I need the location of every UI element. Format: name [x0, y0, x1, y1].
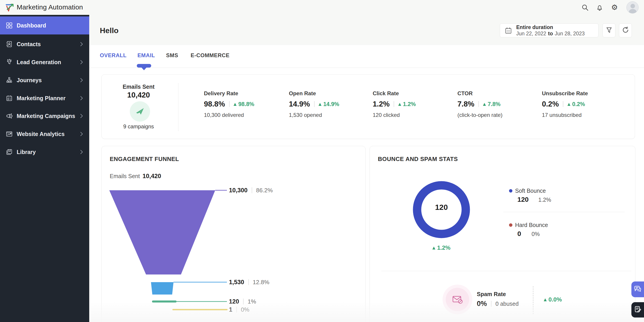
up-triangle-icon: ▲: [568, 102, 570, 106]
legend-name: Hard Bounce: [515, 222, 548, 228]
metric-subtext: 10,300 delivered: [204, 112, 285, 118]
metric-value: 7.8%: [458, 100, 474, 108]
spam-rate-row: 0%0 abused: [477, 300, 519, 308]
tabs-divider: [89, 67, 644, 68]
date-to: Jun 28, 2023: [555, 31, 585, 36]
spam-delta-value: 0.0%: [548, 296, 562, 303]
funnel-stage-delivered[interactable]: [109, 190, 215, 275]
user-avatar[interactable]: [626, 1, 638, 13]
settings-gear-icon[interactable]: ⚙: [610, 3, 619, 12]
chevron-right-icon: [80, 131, 83, 137]
up-triangle-icon: ▲: [318, 102, 322, 106]
metric-subtext: 120 clicked: [373, 112, 454, 118]
funnel-stage-value: 120: [229, 298, 239, 305]
metric-delivery-rate: Delivery Rate 98.8%▲98.8% 10,300 deliver…: [204, 90, 285, 118]
sidebar-item-marketing-campaigns[interactable]: Marketing Campaigns: [0, 110, 89, 122]
metric-separator: [229, 101, 230, 107]
funnel-stage-pct: 12.8%: [253, 279, 270, 286]
chat-bubbles-icon: [634, 285, 642, 294]
sidebar-item-label: Contacts: [17, 41, 41, 47]
metric-subtext: 17 unsubscribed: [542, 112, 623, 118]
funnel-label-row: 10,30086.2%: [229, 186, 273, 194]
metric-separator: [314, 101, 314, 107]
legend-pct: 0%: [532, 231, 540, 237]
chat-support-button[interactable]: [632, 282, 644, 297]
tab-email[interactable]: EMAIL: [138, 52, 155, 58]
metric-delta: 7.8%: [488, 101, 500, 107]
bounce-card-title: BOUNCE AND SPAM STATS: [378, 156, 458, 163]
notifications-bell-icon[interactable]: [595, 3, 604, 12]
metric-delta: 98.8%: [238, 101, 254, 107]
metric-delta: 1.2%: [403, 101, 416, 107]
chevron-right-icon: [80, 59, 83, 65]
metric-value: 0.2%: [542, 100, 559, 108]
funnel-stage-value: 1,530: [229, 279, 244, 286]
email-summary-card: Emails Sent 10,420 9 campaigns Delivery …: [102, 74, 635, 139]
metric-unsubscribe-rate: Unsubscribe Rate 0.2%▲0.2% 17 unsubscrib…: [542, 90, 623, 118]
metric-value: 1.2%: [373, 100, 390, 108]
metric-delta: 14.9%: [323, 101, 339, 107]
summary-divider: [178, 83, 178, 131]
sidebar-item-marketing-planner[interactable]: Marketing Planner: [0, 92, 89, 104]
dashboard-grid-icon: [6, 22, 12, 29]
donut-center-value: 120: [411, 203, 472, 212]
filter-button[interactable]: [602, 23, 616, 37]
date-range-text: Entire duration Jun 22, 2022toJun 28, 20…: [516, 24, 585, 37]
refresh-button[interactable]: [619, 23, 632, 37]
sidebar-item-contacts[interactable]: Contacts: [0, 38, 89, 50]
funnel-label-separator: [236, 307, 237, 313]
app-logo-funnel-icon: [5, 2, 15, 12]
tab-sms[interactable]: SMS: [166, 52, 178, 58]
megaphone-icon: [6, 113, 12, 119]
legend-name: Soft Bounce: [515, 188, 546, 194]
funnel-label-row: 10%: [229, 306, 250, 314]
sidebar-item-website-analytics[interactable]: Website Analytics: [0, 128, 89, 140]
marketing-automation-app: Marketing Automation ⚙ Dashboard Contact…: [0, 0, 644, 322]
sidebar-item-journeys[interactable]: Journeys: [0, 74, 89, 86]
date-joiner: to: [546, 31, 555, 36]
legend-value: 120: [517, 196, 529, 203]
funnel-label-separator: [248, 279, 249, 285]
funnel-label-row: 1,53012.8%: [229, 278, 269, 286]
funnel-stage-value: 10,300: [229, 187, 248, 194]
hard-bounce-dot: [509, 223, 512, 227]
lead-funnel-icon: [6, 59, 12, 65]
page-title: Hello: [100, 26, 118, 35]
filter-funnel-icon: [606, 26, 613, 34]
chevron-right-icon: [80, 149, 83, 155]
funnel-stage-opened[interactable]: [151, 282, 174, 295]
metric-label: CTOR: [458, 90, 538, 97]
send-plane-icon: [130, 101, 150, 122]
sidebar-item-label: Library: [17, 149, 36, 155]
spam-envelope-icon: [446, 288, 469, 311]
chevron-right-icon: [80, 113, 83, 119]
active-tab-indicator: [137, 64, 151, 67]
sidebar-item-label: Journeys: [17, 77, 42, 83]
sidebar-item-library[interactable]: Library: [0, 146, 89, 158]
search-icon[interactable]: [581, 3, 589, 12]
soft-bounce-dot: [509, 189, 512, 193]
spam-rate-value: 0%: [477, 300, 487, 308]
metric-value: 14.9%: [289, 100, 310, 108]
tab-ecommerce[interactable]: E-COMMERCE: [191, 52, 230, 58]
tab-overall[interactable]: OVERALL: [100, 52, 127, 58]
calendar-icon: [504, 26, 512, 34]
sidebar-item-dashboard[interactable]: Dashboard: [0, 16, 89, 34]
engagement-funnel-card: ENGAGEMENT FUNNEL Emails Sent10,420 10,3…: [102, 146, 366, 322]
metric-subtext: (click-to-open rate): [458, 112, 538, 118]
spam-separator: [491, 301, 492, 307]
metric-label: Unsubscribe Rate: [542, 90, 623, 97]
metric-open-rate: Open Rate 14.9%▲14.9% 1,530 opened: [289, 90, 370, 118]
legend-pct: 1.2%: [538, 197, 551, 203]
up-triangle-icon: ▲: [544, 297, 547, 302]
library-book-icon: [6, 149, 12, 155]
metric-value: 98.8%: [204, 100, 225, 108]
up-triangle-icon: ▲: [483, 102, 486, 106]
date-range-picker[interactable]: Entire duration Jun 22, 2022toJun 28, 20…: [500, 23, 598, 37]
emails-sent-label: Emails Sent: [120, 83, 156, 90]
planner-calendar-icon: [6, 95, 12, 102]
sidebar-item-lead-generation[interactable]: Lead Generation: [0, 56, 89, 68]
chevron-right-icon: [80, 41, 83, 47]
funnel-stage-pct: 1%: [248, 298, 256, 305]
feedback-note-button[interactable]: [632, 302, 644, 318]
